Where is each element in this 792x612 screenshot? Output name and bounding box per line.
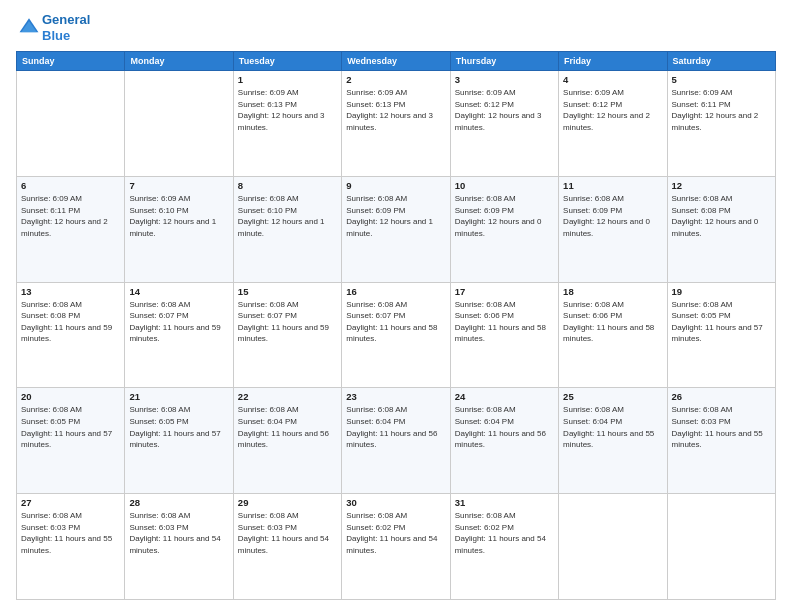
day-cell-22: 22Sunrise: 6:08 AM Sunset: 6:04 PM Dayli… [233,388,341,494]
day-number: 31 [455,497,554,508]
day-cell-13: 13Sunrise: 6:08 AM Sunset: 6:08 PM Dayli… [17,282,125,388]
empty-cell [125,71,233,177]
day-info: Sunrise: 6:08 AM Sunset: 6:05 PM Dayligh… [21,404,120,450]
day-number: 20 [21,391,120,402]
weekday-header-tuesday: Tuesday [233,52,341,71]
day-number: 18 [563,286,662,297]
day-cell-5: 5Sunrise: 6:09 AM Sunset: 6:11 PM Daylig… [667,71,775,177]
day-info: Sunrise: 6:08 AM Sunset: 6:04 PM Dayligh… [563,404,662,450]
day-number: 11 [563,180,662,191]
day-info: Sunrise: 6:08 AM Sunset: 6:09 PM Dayligh… [346,193,445,239]
day-cell-30: 30Sunrise: 6:08 AM Sunset: 6:02 PM Dayli… [342,494,450,600]
day-number: 25 [563,391,662,402]
day-number: 27 [21,497,120,508]
day-cell-27: 27Sunrise: 6:08 AM Sunset: 6:03 PM Dayli… [17,494,125,600]
day-info: Sunrise: 6:08 AM Sunset: 6:07 PM Dayligh… [346,299,445,345]
day-info: Sunrise: 6:08 AM Sunset: 6:05 PM Dayligh… [129,404,228,450]
day-number: 5 [672,74,771,85]
day-number: 22 [238,391,337,402]
day-info: Sunrise: 6:09 AM Sunset: 6:10 PM Dayligh… [129,193,228,239]
week-row-2: 6Sunrise: 6:09 AM Sunset: 6:11 PM Daylig… [17,176,776,282]
calendar-table: SundayMondayTuesdayWednesdayThursdayFrid… [16,51,776,600]
day-cell-14: 14Sunrise: 6:08 AM Sunset: 6:07 PM Dayli… [125,282,233,388]
day-cell-3: 3Sunrise: 6:09 AM Sunset: 6:12 PM Daylig… [450,71,558,177]
day-number: 19 [672,286,771,297]
day-cell-16: 16Sunrise: 6:08 AM Sunset: 6:07 PM Dayli… [342,282,450,388]
day-info: Sunrise: 6:08 AM Sunset: 6:03 PM Dayligh… [21,510,120,556]
day-cell-12: 12Sunrise: 6:08 AM Sunset: 6:08 PM Dayli… [667,176,775,282]
day-cell-31: 31Sunrise: 6:08 AM Sunset: 6:02 PM Dayli… [450,494,558,600]
day-info: Sunrise: 6:08 AM Sunset: 6:03 PM Dayligh… [238,510,337,556]
weekday-header-monday: Monday [125,52,233,71]
weekday-header-wednesday: Wednesday [342,52,450,71]
logo-text: General Blue [42,12,90,43]
day-info: Sunrise: 6:08 AM Sunset: 6:07 PM Dayligh… [129,299,228,345]
day-info: Sunrise: 6:08 AM Sunset: 6:05 PM Dayligh… [672,299,771,345]
day-cell-11: 11Sunrise: 6:08 AM Sunset: 6:09 PM Dayli… [559,176,667,282]
day-number: 1 [238,74,337,85]
day-number: 29 [238,497,337,508]
day-number: 13 [21,286,120,297]
day-cell-17: 17Sunrise: 6:08 AM Sunset: 6:06 PM Dayli… [450,282,558,388]
day-cell-28: 28Sunrise: 6:08 AM Sunset: 6:03 PM Dayli… [125,494,233,600]
day-number: 7 [129,180,228,191]
empty-cell [667,494,775,600]
day-number: 17 [455,286,554,297]
day-cell-15: 15Sunrise: 6:08 AM Sunset: 6:07 PM Dayli… [233,282,341,388]
day-info: Sunrise: 6:09 AM Sunset: 6:11 PM Dayligh… [672,87,771,133]
day-info: Sunrise: 6:08 AM Sunset: 6:02 PM Dayligh… [346,510,445,556]
day-cell-23: 23Sunrise: 6:08 AM Sunset: 6:04 PM Dayli… [342,388,450,494]
weekday-header-saturday: Saturday [667,52,775,71]
header: General Blue [16,12,776,43]
day-number: 2 [346,74,445,85]
day-number: 10 [455,180,554,191]
day-info: Sunrise: 6:08 AM Sunset: 6:09 PM Dayligh… [455,193,554,239]
week-row-1: 1Sunrise: 6:09 AM Sunset: 6:13 PM Daylig… [17,71,776,177]
day-number: 21 [129,391,228,402]
day-info: Sunrise: 6:08 AM Sunset: 6:08 PM Dayligh… [672,193,771,239]
day-cell-1: 1Sunrise: 6:09 AM Sunset: 6:13 PM Daylig… [233,71,341,177]
day-info: Sunrise: 6:08 AM Sunset: 6:06 PM Dayligh… [455,299,554,345]
week-row-3: 13Sunrise: 6:08 AM Sunset: 6:08 PM Dayli… [17,282,776,388]
day-number: 15 [238,286,337,297]
weekday-header-friday: Friday [559,52,667,71]
day-number: 30 [346,497,445,508]
weekday-header-sunday: Sunday [17,52,125,71]
week-row-5: 27Sunrise: 6:08 AM Sunset: 6:03 PM Dayli… [17,494,776,600]
day-number: 3 [455,74,554,85]
day-info: Sunrise: 6:08 AM Sunset: 6:07 PM Dayligh… [238,299,337,345]
day-info: Sunrise: 6:09 AM Sunset: 6:12 PM Dayligh… [563,87,662,133]
day-cell-25: 25Sunrise: 6:08 AM Sunset: 6:04 PM Dayli… [559,388,667,494]
logo-icon [18,15,40,37]
day-info: Sunrise: 6:08 AM Sunset: 6:04 PM Dayligh… [346,404,445,450]
day-number: 23 [346,391,445,402]
day-number: 9 [346,180,445,191]
day-number: 4 [563,74,662,85]
day-info: Sunrise: 6:09 AM Sunset: 6:13 PM Dayligh… [238,87,337,133]
day-cell-4: 4Sunrise: 6:09 AM Sunset: 6:12 PM Daylig… [559,71,667,177]
day-cell-20: 20Sunrise: 6:08 AM Sunset: 6:05 PM Dayli… [17,388,125,494]
day-cell-10: 10Sunrise: 6:08 AM Sunset: 6:09 PM Dayli… [450,176,558,282]
day-info: Sunrise: 6:08 AM Sunset: 6:06 PM Dayligh… [563,299,662,345]
day-info: Sunrise: 6:09 AM Sunset: 6:12 PM Dayligh… [455,87,554,133]
page: General Blue SundayMondayTuesdayWednesda… [0,0,792,612]
day-cell-19: 19Sunrise: 6:08 AM Sunset: 6:05 PM Dayli… [667,282,775,388]
day-cell-29: 29Sunrise: 6:08 AM Sunset: 6:03 PM Dayli… [233,494,341,600]
day-cell-2: 2Sunrise: 6:09 AM Sunset: 6:13 PM Daylig… [342,71,450,177]
day-cell-6: 6Sunrise: 6:09 AM Sunset: 6:11 PM Daylig… [17,176,125,282]
day-number: 14 [129,286,228,297]
day-info: Sunrise: 6:08 AM Sunset: 6:04 PM Dayligh… [238,404,337,450]
day-info: Sunrise: 6:08 AM Sunset: 6:09 PM Dayligh… [563,193,662,239]
day-cell-9: 9Sunrise: 6:08 AM Sunset: 6:09 PM Daylig… [342,176,450,282]
empty-cell [17,71,125,177]
day-number: 8 [238,180,337,191]
day-cell-26: 26Sunrise: 6:08 AM Sunset: 6:03 PM Dayli… [667,388,775,494]
weekday-header-thursday: Thursday [450,52,558,71]
logo: General Blue [16,12,90,43]
day-number: 24 [455,391,554,402]
day-number: 16 [346,286,445,297]
week-row-4: 20Sunrise: 6:08 AM Sunset: 6:05 PM Dayli… [17,388,776,494]
day-cell-21: 21Sunrise: 6:08 AM Sunset: 6:05 PM Dayli… [125,388,233,494]
day-cell-8: 8Sunrise: 6:08 AM Sunset: 6:10 PM Daylig… [233,176,341,282]
day-info: Sunrise: 6:08 AM Sunset: 6:08 PM Dayligh… [21,299,120,345]
